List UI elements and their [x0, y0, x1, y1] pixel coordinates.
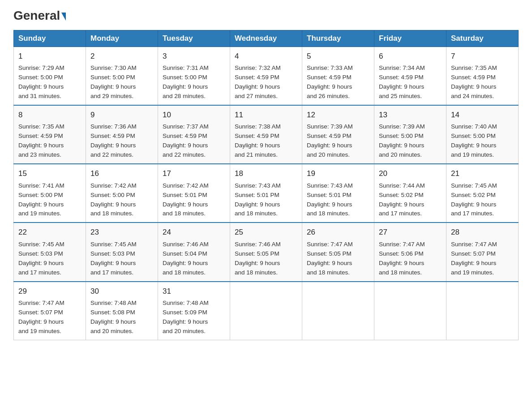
day-info: Sunrise: 7:48 AMSunset: 5:09 PMDaylight:…	[163, 299, 225, 336]
day-info: Sunrise: 7:45 AMSunset: 5:02 PMDaylight:…	[451, 181, 514, 219]
calendar-cell: 18Sunrise: 7:43 AMSunset: 5:01 PMDayligh…	[230, 164, 302, 223]
day-number: 5	[307, 51, 369, 62]
calendar-cell: 9Sunrise: 7:36 AMSunset: 4:59 PMDaylight…	[86, 105, 158, 164]
day-number: 9	[90, 109, 153, 121]
day-number: 27	[379, 227, 442, 238]
header-saturday: Saturday	[446, 30, 519, 47]
header-tuesday: Tuesday	[158, 30, 230, 47]
day-info: Sunrise: 7:45 AMSunset: 5:03 PMDaylight:…	[90, 240, 153, 278]
calendar-cell: 25Sunrise: 7:46 AMSunset: 5:05 PMDayligh…	[230, 223, 302, 281]
page-header: General	[13, 9, 519, 21]
calendar-header-row: SundayMondayTuesdayWednesdayThursdayFrid…	[14, 30, 519, 47]
day-info: Sunrise: 7:46 AMSunset: 5:05 PMDaylight:…	[235, 240, 297, 278]
day-info: Sunrise: 7:47 AMSunset: 5:05 PMDaylight:…	[307, 240, 369, 278]
calendar-cell: 12Sunrise: 7:39 AMSunset: 4:59 PMDayligh…	[302, 105, 374, 164]
calendar-cell: 26Sunrise: 7:47 AMSunset: 5:05 PMDayligh…	[302, 223, 374, 281]
day-number: 12	[307, 109, 369, 121]
day-number: 17	[163, 168, 225, 180]
header-thursday: Thursday	[302, 30, 374, 47]
day-number: 16	[90, 168, 153, 180]
calendar-cell: 22Sunrise: 7:45 AMSunset: 5:03 PMDayligh…	[14, 223, 86, 281]
calendar-cell: 29Sunrise: 7:47 AMSunset: 5:07 PMDayligh…	[14, 282, 86, 340]
day-info: Sunrise: 7:35 AMSunset: 4:59 PMDaylight:…	[18, 122, 81, 160]
calendar-cell: 31Sunrise: 7:48 AMSunset: 5:09 PMDayligh…	[158, 282, 230, 340]
calendar-cell: 27Sunrise: 7:47 AMSunset: 5:06 PMDayligh…	[374, 223, 446, 281]
calendar-cell: 21Sunrise: 7:45 AMSunset: 5:02 PMDayligh…	[446, 164, 519, 223]
calendar-cell: 5Sunrise: 7:33 AMSunset: 4:59 PMDaylight…	[302, 47, 374, 105]
day-number: 7	[451, 51, 514, 62]
day-info: Sunrise: 7:44 AMSunset: 5:02 PMDaylight:…	[379, 181, 442, 219]
day-number: 10	[163, 109, 225, 121]
calendar-cell: 24Sunrise: 7:46 AMSunset: 5:04 PMDayligh…	[158, 223, 230, 281]
day-number: 23	[90, 227, 153, 238]
day-number: 30	[90, 286, 153, 297]
day-info: Sunrise: 7:47 AMSunset: 5:07 PMDaylight:…	[18, 299, 81, 336]
calendar-cell: 28Sunrise: 7:47 AMSunset: 5:07 PMDayligh…	[446, 223, 519, 281]
day-number: 21	[451, 168, 514, 180]
header-sunday: Sunday	[14, 30, 86, 47]
calendar-cell: 15Sunrise: 7:41 AMSunset: 5:00 PMDayligh…	[14, 164, 86, 223]
day-info: Sunrise: 7:37 AMSunset: 4:59 PMDaylight:…	[163, 122, 225, 160]
calendar-cell: 6Sunrise: 7:34 AMSunset: 4:59 PMDaylight…	[374, 47, 446, 105]
day-number: 22	[18, 227, 81, 238]
header-monday: Monday	[86, 30, 158, 47]
day-info: Sunrise: 7:40 AMSunset: 5:00 PMDaylight:…	[451, 122, 514, 160]
calendar-cell: 16Sunrise: 7:42 AMSunset: 5:00 PMDayligh…	[86, 164, 158, 223]
day-info: Sunrise: 7:32 AMSunset: 4:59 PMDaylight:…	[235, 64, 297, 101]
calendar-cell: 20Sunrise: 7:44 AMSunset: 5:02 PMDayligh…	[374, 164, 446, 223]
day-info: Sunrise: 7:34 AMSunset: 4:59 PMDaylight:…	[379, 64, 442, 101]
day-number: 20	[379, 168, 442, 180]
day-info: Sunrise: 7:47 AMSunset: 5:06 PMDaylight:…	[379, 240, 442, 278]
calendar-cell	[230, 282, 302, 340]
calendar-cell: 8Sunrise: 7:35 AMSunset: 4:59 PMDaylight…	[14, 105, 86, 164]
calendar-week-row: 15Sunrise: 7:41 AMSunset: 5:00 PMDayligh…	[14, 164, 519, 223]
day-number: 2	[90, 51, 153, 62]
day-info: Sunrise: 7:30 AMSunset: 5:00 PMDaylight:…	[90, 64, 153, 101]
day-number: 6	[379, 51, 442, 62]
day-info: Sunrise: 7:42 AMSunset: 5:01 PMDaylight:…	[163, 181, 225, 219]
calendar-week-row: 1Sunrise: 7:29 AMSunset: 5:00 PMDaylight…	[14, 47, 519, 105]
calendar-cell: 14Sunrise: 7:40 AMSunset: 5:00 PMDayligh…	[446, 105, 519, 164]
day-number: 28	[451, 227, 514, 238]
day-info: Sunrise: 7:29 AMSunset: 5:00 PMDaylight:…	[18, 64, 81, 101]
day-number: 31	[163, 286, 225, 297]
calendar-cell: 2Sunrise: 7:30 AMSunset: 5:00 PMDaylight…	[86, 47, 158, 105]
day-info: Sunrise: 7:31 AMSunset: 5:00 PMDaylight:…	[163, 64, 225, 101]
day-number: 18	[235, 168, 297, 180]
day-info: Sunrise: 7:39 AMSunset: 4:59 PMDaylight:…	[307, 122, 369, 160]
header-friday: Friday	[374, 30, 446, 47]
day-info: Sunrise: 7:36 AMSunset: 4:59 PMDaylight:…	[90, 122, 153, 160]
calendar-cell: 19Sunrise: 7:43 AMSunset: 5:01 PMDayligh…	[302, 164, 374, 223]
day-info: Sunrise: 7:35 AMSunset: 4:59 PMDaylight:…	[451, 64, 514, 101]
logo: General	[13, 9, 66, 21]
day-number: 11	[235, 109, 297, 121]
day-info: Sunrise: 7:46 AMSunset: 5:04 PMDaylight:…	[163, 240, 225, 278]
day-number: 25	[235, 227, 297, 238]
day-number: 14	[451, 109, 514, 121]
header-wednesday: Wednesday	[230, 30, 302, 47]
day-info: Sunrise: 7:39 AMSunset: 5:00 PMDaylight:…	[379, 122, 442, 160]
day-number: 26	[307, 227, 369, 238]
calendar-week-row: 8Sunrise: 7:35 AMSunset: 4:59 PMDaylight…	[14, 105, 519, 164]
calendar-cell: 13Sunrise: 7:39 AMSunset: 5:00 PMDayligh…	[374, 105, 446, 164]
calendar-cell: 11Sunrise: 7:38 AMSunset: 4:59 PMDayligh…	[230, 105, 302, 164]
day-number: 24	[163, 227, 225, 238]
day-info: Sunrise: 7:41 AMSunset: 5:00 PMDaylight:…	[18, 181, 81, 219]
day-info: Sunrise: 7:47 AMSunset: 5:07 PMDaylight:…	[451, 240, 514, 278]
day-info: Sunrise: 7:45 AMSunset: 5:03 PMDaylight:…	[18, 240, 81, 278]
calendar-cell: 10Sunrise: 7:37 AMSunset: 4:59 PMDayligh…	[158, 105, 230, 164]
day-info: Sunrise: 7:33 AMSunset: 4:59 PMDaylight:…	[307, 64, 369, 101]
calendar-cell: 3Sunrise: 7:31 AMSunset: 5:00 PMDaylight…	[158, 47, 230, 105]
day-number: 19	[307, 168, 369, 180]
day-number: 4	[235, 51, 297, 62]
day-info: Sunrise: 7:42 AMSunset: 5:00 PMDaylight:…	[90, 181, 153, 219]
calendar-cell	[374, 282, 446, 340]
calendar-cell: 30Sunrise: 7:48 AMSunset: 5:08 PMDayligh…	[86, 282, 158, 340]
day-info: Sunrise: 7:43 AMSunset: 5:01 PMDaylight:…	[307, 181, 369, 219]
day-number: 15	[18, 168, 81, 180]
calendar-week-row: 29Sunrise: 7:47 AMSunset: 5:07 PMDayligh…	[14, 282, 519, 340]
calendar-cell: 1Sunrise: 7:29 AMSunset: 5:00 PMDaylight…	[14, 47, 86, 105]
day-number: 8	[18, 109, 81, 121]
calendar-week-row: 22Sunrise: 7:45 AMSunset: 5:03 PMDayligh…	[14, 223, 519, 281]
day-info: Sunrise: 7:48 AMSunset: 5:08 PMDaylight:…	[90, 299, 153, 336]
